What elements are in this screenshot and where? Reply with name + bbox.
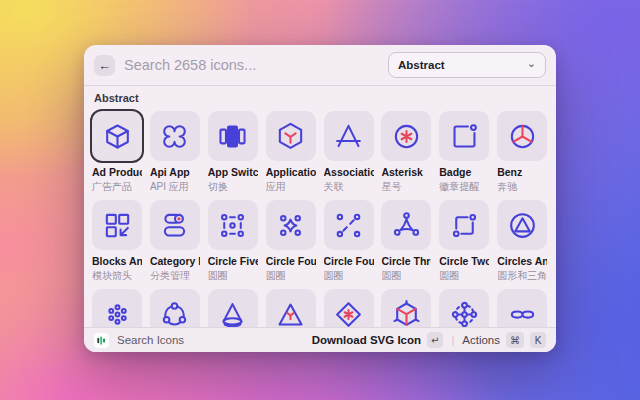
diamond-asterisk-icon[interactable]	[324, 289, 374, 327]
api-app-icon[interactable]	[150, 111, 200, 161]
icon-item-name: Ad Product	[92, 166, 142, 178]
category-dropdown-value: Abstract	[398, 59, 445, 71]
icon-grid-item-blocks-and-arrow[interactable]: Blocks And...模块箭头	[92, 200, 142, 283]
section-title: Abstract	[94, 92, 546, 104]
footer-bar: Search Icons Download SVG Icon ↵ | Actio…	[84, 327, 556, 352]
icon-grid: Ad Product广告产品Api AppAPI 应用App Switch切换A…	[92, 111, 548, 327]
icon-item-name: Circle Three	[381, 255, 431, 267]
download-svg-label: Download SVG Icon	[312, 334, 421, 346]
icon-grid-item-circle-five-line[interactable]: Circle Five L...圆圈	[208, 200, 258, 283]
arrow-left-icon: ←	[98, 59, 111, 72]
icon-grid-item-circle-three[interactable]: Circle Three圆圈	[381, 200, 431, 283]
association-icon[interactable]	[324, 111, 374, 161]
icon-grid-item-circle-two-line[interactable]: Circle Two L...圆圈	[439, 200, 489, 283]
circle-five-line-icon[interactable]	[208, 200, 258, 250]
icon-item-name: Circle Two L...	[439, 255, 489, 267]
icon-grid-item-circles-and-triangle[interactable]: Circles And...圆形和三角	[497, 200, 547, 283]
icon-item-subtitle: 广告产品	[92, 180, 142, 194]
ad-product-icon[interactable]	[92, 111, 142, 161]
icon-grid-item-badge[interactable]: Badge徽章提醒	[439, 111, 489, 194]
footer-right: Download SVG Icon ↵ | Actions ⌘ K	[312, 332, 546, 348]
icon-grid-item-three-circles[interactable]	[150, 289, 200, 327]
footer-divider: |	[450, 334, 455, 346]
circle-four-icon[interactable]	[266, 200, 316, 250]
icon-item-subtitle: 应用	[266, 180, 316, 194]
icon-grid-item-ad-product[interactable]: Ad Product广告产品	[92, 111, 142, 194]
search-input[interactable]	[124, 57, 379, 73]
cube-3d-icon[interactable]	[381, 289, 431, 327]
icon-item-subtitle: 模块箭头	[92, 269, 142, 283]
icon-grid-item-diamond-asterisk[interactable]	[324, 289, 374, 327]
icon-grid-item-category-management[interactable]: Category M...分类管理	[150, 200, 200, 283]
icon-grid-item-asterisk[interactable]: Asterisk星号	[381, 111, 431, 194]
circle-two-line-icon[interactable]	[439, 200, 489, 250]
chevron-down-icon: ⌄	[527, 57, 536, 70]
icon-item-name: App Switch	[208, 166, 258, 178]
k-key-icon: K	[530, 332, 546, 348]
icon-grid-item-dots-cluster[interactable]	[92, 289, 142, 327]
circles-and-triangle-icon[interactable]	[497, 200, 547, 250]
return-key-icon: ↵	[427, 332, 443, 348]
icon-item-subtitle: API 应用	[150, 180, 200, 194]
command-key-icon: ⌘	[506, 332, 524, 348]
cone-icon[interactable]	[208, 289, 258, 327]
icon-grid-item-cube-3d[interactable]	[381, 289, 431, 327]
download-svg-button[interactable]: Download SVG Icon ↵	[312, 332, 444, 348]
icon-item-name: Badge	[439, 166, 489, 178]
icon-grid-item-cone[interactable]	[208, 289, 258, 327]
icon-item-subtitle: 圆形和三角	[497, 269, 547, 283]
icon-item-name: Circles And...	[497, 255, 547, 267]
search-header: ← Abstract ⌄	[84, 45, 556, 85]
icon-item-name: Asterisk	[381, 166, 431, 178]
category-management-icon[interactable]	[150, 200, 200, 250]
application-one-icon[interactable]	[266, 111, 316, 161]
icon-item-name: Circle Four	[266, 255, 316, 267]
circle-three-icon[interactable]	[381, 200, 431, 250]
infinity-icon[interactable]	[497, 289, 547, 327]
icon-item-name: Circle Four...	[324, 255, 374, 267]
app-switch-icon[interactable]	[208, 111, 258, 161]
icon-grid-item-circle-four-line[interactable]: Circle Four...圆圈	[324, 200, 374, 283]
icon-grid-item-association[interactable]: Association关联	[324, 111, 374, 194]
iconpark-logo-icon	[94, 333, 109, 348]
icon-grid-item-app-switch[interactable]: App Switch切换	[208, 111, 258, 194]
icon-grid-item-triangle-ray[interactable]	[266, 289, 316, 327]
footer-app-name: Search Icons	[117, 334, 184, 346]
icon-item-name: Category M...	[150, 255, 200, 267]
icon-item-name: Application...	[266, 166, 316, 178]
icon-grid-item-application-one[interactable]: Application...应用	[266, 111, 316, 194]
cross-circles-icon[interactable]	[439, 289, 489, 327]
icon-item-subtitle: 关联	[324, 180, 374, 194]
icon-grid-item-circle-four[interactable]: Circle Four圆圈	[266, 200, 316, 283]
benz-icon[interactable]	[497, 111, 547, 161]
icon-item-name: Circle Five L...	[208, 255, 258, 267]
icon-item-subtitle: 圆圈	[324, 269, 374, 283]
icon-grid-item-api-app[interactable]: Api AppAPI 应用	[150, 111, 200, 194]
icon-item-name: Blocks And...	[92, 255, 142, 267]
icon-item-subtitle: 圆圈	[266, 269, 316, 283]
badge-icon[interactable]	[439, 111, 489, 161]
circle-four-line-icon[interactable]	[324, 200, 374, 250]
icon-item-subtitle: 切换	[208, 180, 258, 194]
triangle-ray-icon[interactable]	[266, 289, 316, 327]
blocks-and-arrow-icon[interactable]	[92, 200, 142, 250]
icon-item-name: Benz	[497, 166, 547, 178]
footer-left: Search Icons	[94, 333, 312, 348]
icon-item-subtitle: 分类管理	[150, 269, 200, 283]
category-dropdown[interactable]: Abstract ⌄	[388, 52, 546, 78]
actions-button[interactable]: Actions ⌘ K	[462, 332, 546, 348]
icon-search-window: ← Abstract ⌄ Abstract Ad Product广告产品Api …	[84, 45, 556, 352]
icon-grid-item-cross-circles[interactable]	[439, 289, 489, 327]
actions-label: Actions	[462, 334, 500, 346]
three-circles-icon[interactable]	[150, 289, 200, 327]
icon-item-subtitle: 奔驰	[497, 180, 547, 194]
icon-item-subtitle: 徽章提醒	[439, 180, 489, 194]
icon-grid-item-infinity[interactable]	[497, 289, 547, 327]
icon-item-subtitle: 圆圈	[439, 269, 489, 283]
icon-item-subtitle: 圆圈	[208, 269, 258, 283]
asterisk-icon[interactable]	[381, 111, 431, 161]
back-button[interactable]: ←	[94, 55, 115, 76]
icon-item-name: Api App	[150, 166, 200, 178]
dots-cluster-icon[interactable]	[92, 289, 142, 327]
icon-grid-item-benz[interactable]: Benz奔驰	[497, 111, 547, 194]
